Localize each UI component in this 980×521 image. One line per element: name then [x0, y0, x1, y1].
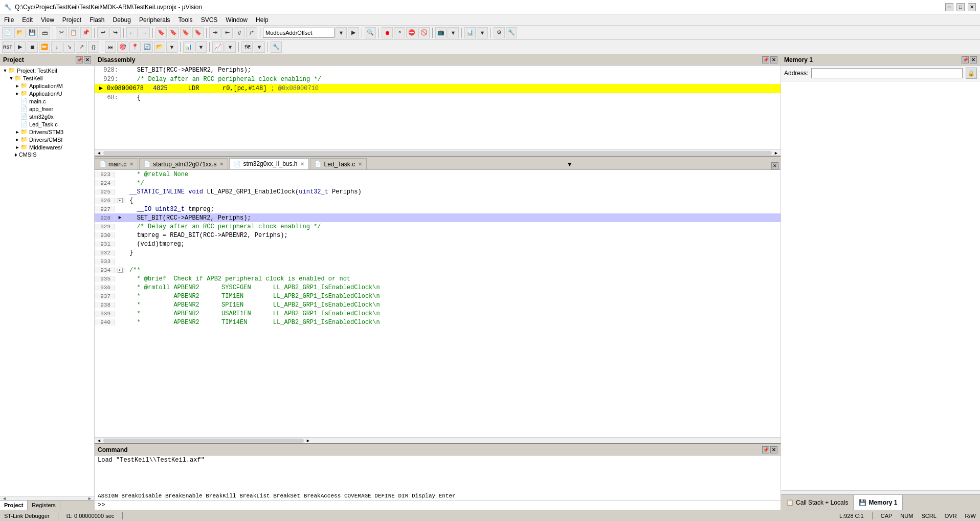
display-drop-btn[interactable]: ▼ — [448, 27, 459, 38]
menu-file[interactable]: File — [0, 15, 18, 25]
run-btn[interactable]: ▶ — [14, 41, 26, 53]
tab-stm32bus[interactable]: 📄 stm32g0xx_ll_bus.h ✕ — [229, 158, 309, 169]
bookmark3-btn[interactable]: 🔖 — [180, 27, 191, 38]
bookmark4-btn[interactable]: 🔖 — [192, 27, 204, 38]
dbg-btn2[interactable]: 🎯 — [117, 41, 128, 53]
menu-view[interactable]: View — [37, 15, 58, 25]
find-btn[interactable]: 🔍 — [365, 27, 376, 38]
comment-btn[interactable]: // — [234, 27, 245, 38]
disasm-pin-btn[interactable]: 📌 — [762, 56, 769, 63]
tree-item-appfreer[interactable]: 📄 app_freer — [1, 105, 93, 113]
nav-back-btn[interactable]: ← — [126, 27, 138, 38]
mainc-tab-close[interactable]: ✕ — [129, 161, 133, 167]
tree-toggle-project[interactable]: ▼ — [2, 68, 8, 74]
fold-934[interactable]: ▸ — [118, 268, 123, 273]
tree-toggle-driverscmsi[interactable]: ► — [14, 137, 20, 143]
run-to-cursor-btn[interactable]: ⏩ — [39, 41, 50, 53]
project-pin-btn[interactable]: 📌 — [76, 56, 83, 63]
breakpoint-btn[interactable]: ⏺ — [382, 27, 393, 38]
dbg-btn11[interactable]: 🗺 — [241, 41, 253, 53]
step-out-btn[interactable]: ↗ — [76, 41, 87, 53]
tree-item-mainc[interactable]: 📄 main.c — [1, 97, 93, 105]
bottom-tab-memory1[interactable]: 💾 Memory 1 — [854, 495, 903, 510]
tree-item-middlewares[interactable]: ► 📁 Middlewares/ — [1, 143, 93, 151]
kill-bp-btn[interactable]: 🚫 — [418, 27, 430, 38]
save-all-btn[interactable]: 🗃 — [39, 27, 50, 38]
logic-drop-btn[interactable]: ▼ — [477, 27, 488, 38]
addr-go-btn[interactable]: ▶ — [348, 27, 359, 38]
menu-project[interactable]: Project — [58, 15, 85, 25]
menu-peripherals[interactable]: Peripherals — [135, 15, 174, 25]
dbg-btn12[interactable]: ▼ — [254, 41, 265, 53]
ledtask-tab-close[interactable]: ✕ — [358, 161, 362, 167]
menu-debug[interactable]: Debug — [109, 15, 135, 25]
tree-item-appM[interactable]: ► 📁 Application/M — [1, 82, 93, 90]
tree-toggle-appM[interactable]: ► — [14, 83, 20, 89]
memory-pin-btn[interactable]: 📌 — [962, 56, 969, 63]
outdent-btn[interactable]: ⇤ — [221, 27, 233, 38]
menu-window[interactable]: Window — [221, 15, 252, 25]
menu-tools[interactable]: Tools — [174, 15, 197, 25]
bookmark2-btn[interactable]: 🔖 — [168, 27, 179, 38]
tree-toggle-testkeil[interactable]: ▼ — [8, 75, 14, 81]
tab-project[interactable]: Project — [0, 501, 28, 510]
tree-item-project[interactable]: ▼ 📁 Project: TestKeil — [1, 67, 93, 74]
wrench-btn[interactable]: 🔧 — [506, 27, 517, 38]
menu-flash[interactable]: Flash — [85, 15, 108, 25]
uncomment-btn[interactable]: /* — [246, 27, 257, 38]
tab-registers[interactable]: Registers — [28, 501, 60, 510]
save-btn[interactable]: 💾 — [27, 27, 38, 38]
command-close-btn[interactable]: ✕ — [770, 446, 777, 453]
tab-startup[interactable]: 📄 startup_stm32g071xx.s ✕ — [139, 158, 228, 169]
tree-item-appU[interactable]: ► 📁 Application/U — [1, 90, 93, 97]
close-btn[interactable]: ✕ — [968, 3, 976, 11]
open-btn[interactable]: 📂 — [14, 27, 26, 38]
step-in-btn[interactable]: ↓ — [51, 41, 62, 53]
redo-btn[interactable]: ↪ — [109, 27, 121, 38]
tree-item-testkeil[interactable]: ▼ 📁 TestKeil — [1, 74, 93, 82]
logic-btn[interactable]: 📊 — [464, 27, 476, 38]
fold-926[interactable]: ▸ — [118, 198, 123, 203]
nav-fwd-btn[interactable]: → — [139, 27, 150, 38]
tree-item-stm32[interactable]: 📄 stm32g0x — [1, 113, 93, 120]
code-hscrollbar[interactable]: ◄ ► — [95, 437, 781, 443]
tree-scrollbar[interactable]: ◄ ► — [0, 496, 94, 500]
step-btn[interactable]: {} — [88, 41, 99, 53]
dbg-btn8[interactable]: ▼ — [195, 41, 207, 53]
stop-btn[interactable]: ⏹ — [27, 41, 38, 53]
dbg-cfg-btn[interactable]: 🔧 — [271, 41, 282, 53]
tab-mainc[interactable]: 📄 main.c ✕ — [95, 158, 138, 169]
dbg-btn7[interactable]: 📊 — [183, 41, 194, 53]
menu-svcs[interactable]: SVCS — [197, 15, 222, 25]
pause-btn[interactable]: ⚬ — [394, 27, 405, 38]
dbg-btn6[interactable]: ▼ — [166, 41, 177, 53]
disasm-close-btn[interactable]: ✕ — [770, 56, 777, 63]
bottom-tab-callstack[interactable]: 📋 Call Stack + Locals — [781, 495, 854, 510]
stm32bus-tab-close[interactable]: ✕ — [300, 161, 304, 167]
startup-tab-close[interactable]: ✕ — [219, 161, 224, 167]
command-pin-btn[interactable]: 📌 — [762, 446, 769, 453]
addr-offset-input[interactable] — [263, 28, 335, 38]
settings-btn[interactable]: ⚙ — [494, 27, 505, 38]
tab-dropdown-btn[interactable]: ▼ — [564, 159, 576, 169]
disasm-hscrollbar[interactable]: ◄ ► — [95, 149, 781, 156]
memory-addr-lock-btn[interactable]: 🔒 — [966, 68, 977, 79]
paste-btn[interactable]: 📌 — [80, 27, 92, 38]
dbg-btn9[interactable]: 📈 — [212, 41, 224, 53]
copy-btn[interactable]: 📋 — [68, 27, 79, 38]
memory-scrollbar[interactable] — [781, 490, 980, 494]
project-close-btn[interactable]: ✕ — [84, 56, 91, 63]
tree-item-driversstm3[interactable]: ► 📁 Drivers/STM3 — [1, 128, 93, 136]
reset-btn[interactable]: RST — [2, 41, 13, 53]
disable-bp-btn[interactable]: ⛔ — [406, 27, 417, 38]
dbg-btn10[interactable]: ▼ — [225, 41, 236, 53]
memory-addr-input[interactable] — [811, 68, 963, 78]
tree-item-driverscmsi[interactable]: ► 📁 Drivers/CMSI — [1, 136, 93, 143]
tree-toggle-driversstm3[interactable]: ► — [14, 129, 20, 135]
tree-item-cmsis[interactable]: ♦ CMSIS — [1, 151, 93, 158]
command-input[interactable] — [107, 502, 777, 509]
display-btn[interactable]: 📺 — [435, 27, 447, 38]
indent-btn[interactable]: ⇥ — [209, 27, 220, 38]
dbg-btn5[interactable]: 📂 — [154, 41, 165, 53]
dbg-btn3[interactable]: 📍 — [129, 41, 141, 53]
